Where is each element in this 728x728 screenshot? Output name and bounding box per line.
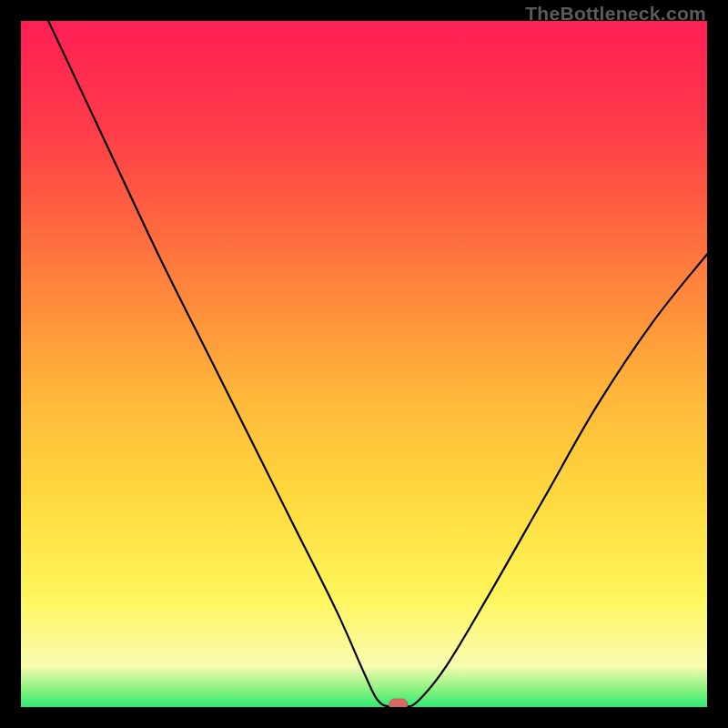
- watermark-text: TheBottleneck.com: [525, 3, 706, 25]
- chart-svg: [21, 21, 707, 707]
- plot-area: [21, 21, 707, 707]
- chart-container: TheBottleneck.com: [0, 0, 728, 728]
- min-marker: [389, 699, 408, 707]
- bottleneck-curve: [48, 21, 707, 707]
